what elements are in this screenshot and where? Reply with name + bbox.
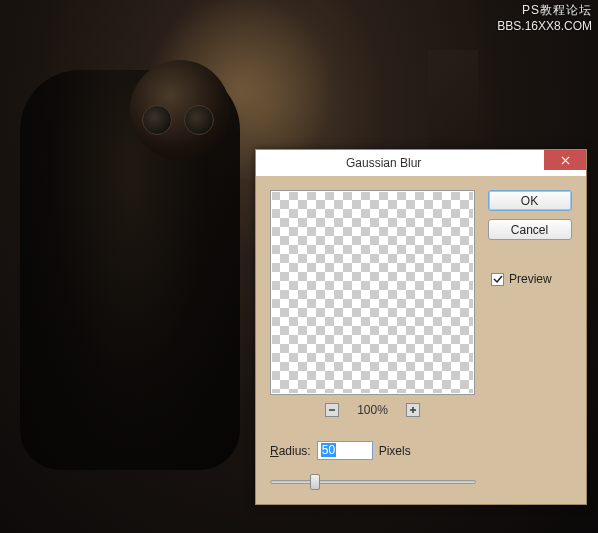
ok-button[interactable]: OK: [488, 190, 572, 211]
preview-checkbox[interactable]: [491, 273, 504, 286]
preview-label: Preview: [509, 272, 552, 286]
plus-icon: [409, 406, 417, 414]
zoom-controls: 100%: [270, 403, 475, 417]
radius-units: Pixels: [379, 444, 411, 458]
svg-rect-2: [412, 407, 414, 413]
gaussian-blur-dialog: Gaussian Blur 100% OK Cancel: [255, 149, 587, 505]
zoom-out-button[interactable]: [325, 403, 339, 417]
mask-eye-left: [142, 105, 172, 135]
radius-slider[interactable]: [270, 480, 476, 484]
watermark-line1: PS教程论坛: [497, 3, 592, 19]
minus-icon: [328, 406, 336, 414]
dialog-title: Gaussian Blur: [346, 156, 421, 170]
zoom-percent: 100%: [357, 403, 388, 417]
dialog-body: 100% OK Cancel Preview: [256, 176, 586, 427]
mask-eye-right: [184, 105, 214, 135]
radius-row: Radius: 50 Pixels: [270, 441, 411, 460]
preview-canvas[interactable]: [270, 190, 475, 395]
preview-checkbox-row[interactable]: Preview: [487, 272, 552, 286]
dialog-titlebar[interactable]: Gaussian Blur: [256, 150, 586, 176]
close-icon: [561, 156, 570, 165]
close-button[interactable]: [544, 150, 586, 170]
controls-column: OK Cancel Preview: [487, 190, 572, 417]
cancel-label: Cancel: [511, 223, 548, 237]
radius-label: Radius:: [270, 444, 311, 458]
preview-column: 100%: [270, 190, 475, 417]
watermark-line2: BBS.16XX8.COM: [497, 19, 592, 35]
slider-thumb[interactable]: [310, 474, 320, 490]
ok-label: OK: [521, 194, 538, 208]
check-icon: [493, 274, 503, 284]
svg-rect-0: [329, 409, 335, 411]
slider-track: [270, 480, 476, 484]
zoom-in-button[interactable]: [406, 403, 420, 417]
radius-value: 50: [321, 443, 336, 457]
cancel-button[interactable]: Cancel: [488, 219, 572, 240]
watermark: PS教程论坛 BBS.16XX8.COM: [497, 3, 592, 34]
gas-mask-helmet: [130, 60, 230, 160]
radius-input[interactable]: 50: [317, 441, 373, 460]
